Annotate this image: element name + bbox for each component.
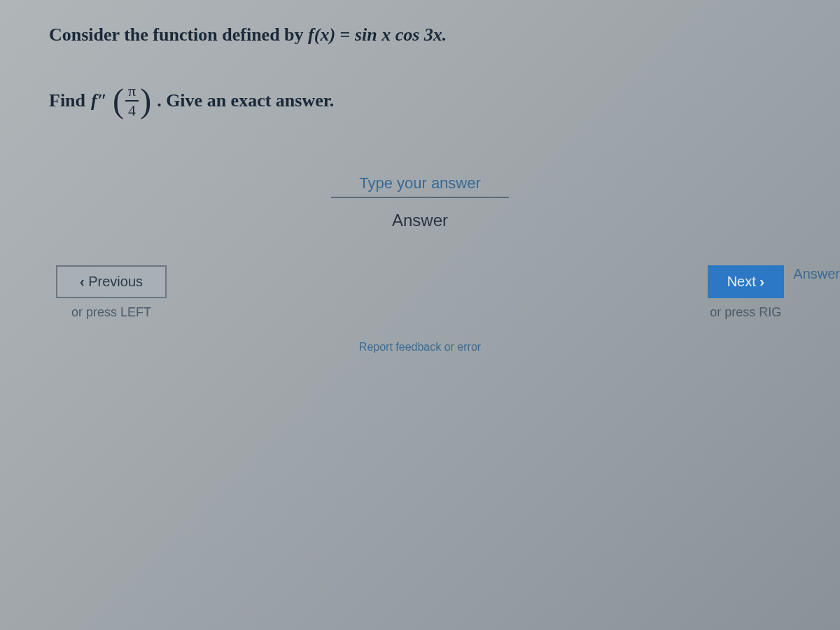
fraction: π 4 [125,83,139,118]
function-rhs: sin x cos 3x. [355,24,447,45]
nav-left: ‹ Previous or press LEFT [56,265,167,320]
next-hint: or press RIG [710,305,781,320]
find-prefix: Find [49,90,85,111]
left-paren-icon: ( [113,84,124,118]
answer-input[interactable]: Type your answer [331,174,509,198]
chevron-left-icon: ‹ [80,274,88,289]
fraction-denominator: 4 [128,102,136,118]
nav-row: ‹ Previous or press LEFT Next › or press… [49,265,791,320]
question-panel: Consider the function defined by f(x) = … [0,0,840,374]
problem-statement: Consider the function defined by f(x) = … [49,21,791,48]
fraction-numerator: π [125,83,139,102]
nav-right: Next › or press RIG [708,265,784,320]
previous-button[interactable]: ‹ Previous [56,265,167,298]
report-feedback-link[interactable]: Report feedback or error [49,341,791,354]
intro-text: Consider the function defined by [49,24,308,45]
answer-sublabel: Answer [49,211,791,230]
previous-hint: or press LEFT [71,305,151,320]
previous-label: Previous [88,274,143,289]
chevron-right-icon: › [756,274,764,289]
find-suffix: . Give an exact answer. [157,90,334,111]
find-instruction: Find f″ ( π 4 ) . Give an exact answer. [49,83,791,118]
answer-side-label: Answer [793,266,840,282]
answer-area: Type your answer Answer [49,174,791,230]
equals-sign: = [335,24,355,45]
right-paren-icon: ) [140,84,151,118]
argument-paren: ( π 4 ) [113,83,151,118]
function-lhs: f(x) [308,24,335,45]
next-label: Next [727,274,756,289]
f-double-prime: f″ [91,90,107,111]
next-button[interactable]: Next › [708,265,784,298]
